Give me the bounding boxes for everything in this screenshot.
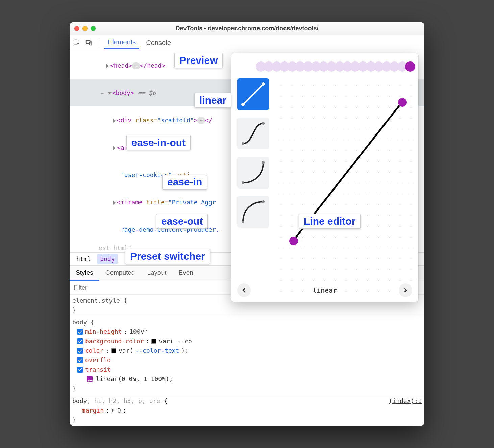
prop-background-color[interactable]: background-color:var( --co [72, 337, 422, 346]
callout-preview: Preview [174, 53, 223, 68]
curve-canvas[interactable] [274, 78, 412, 298]
callout-ease-in: ease-in [162, 175, 207, 190]
svg-point-8 [242, 181, 244, 184]
preview-ball-current [405, 61, 415, 72]
preset-linear[interactable] [237, 78, 269, 110]
easing-editor-popover: linear [231, 53, 418, 302]
chevron-right-icon [403, 288, 408, 293]
zoom-window-button[interactable] [91, 26, 96, 31]
tab-computed[interactable]: Computed [99, 266, 141, 281]
tab-console[interactable]: Console [143, 37, 174, 49]
tab-elements[interactable]: Elements [104, 36, 139, 49]
svg-point-10 [242, 221, 244, 223]
prop-overflow[interactable]: overflo [72, 355, 422, 365]
breadcrumb-body[interactable]: body [97, 254, 117, 264]
color-swatch[interactable] [151, 339, 156, 344]
curve-handle-end[interactable] [398, 98, 407, 107]
expand-icon[interactable] [113, 119, 116, 123]
styles-filter-input[interactable] [73, 284, 141, 292]
preset-column [237, 78, 269, 298]
svg-point-6 [242, 142, 244, 145]
prop-color[interactable]: color: var(--color-text); [72, 346, 422, 355]
inspect-element-icon[interactable] [72, 38, 81, 47]
preset-ease-in[interactable] [237, 157, 269, 189]
checkbox-icon[interactable] [77, 367, 83, 373]
svg-line-3 [243, 84, 263, 104]
device-mode-icon[interactable] [84, 38, 93, 47]
traffic-lights [74, 26, 96, 31]
callout-ease-in-out: ease-in-out [126, 135, 191, 150]
expand-shorthand-icon[interactable] [112, 408, 114, 412]
checkbox-icon[interactable] [77, 348, 83, 354]
checkbox-icon[interactable] [77, 329, 83, 335]
minimize-window-button[interactable] [82, 26, 88, 31]
devtools-window: DevTools - developer.chrome.com/docs/dev… [70, 22, 424, 426]
callout-line-editor: Line editor [299, 214, 361, 229]
tab-event-listeners[interactable]: Even [172, 266, 199, 281]
svg-point-7 [262, 122, 265, 125]
prop-min-height[interactable]: min-height:100vh [72, 327, 422, 337]
prev-preset-button[interactable] [237, 283, 251, 297]
curve-handle-start[interactable] [289, 237, 298, 245]
prop-margin[interactable]: margin: 0; [72, 406, 422, 415]
callout-ease-out: ease-out [156, 214, 208, 229]
source-link[interactable]: (index):1 [389, 396, 422, 406]
collapsed-badge[interactable]: ⋯ [132, 62, 140, 69]
svg-point-9 [262, 161, 265, 164]
preset-switcher: linear [237, 281, 412, 297]
titlebar: DevTools - developer.chrome.com/docs/dev… [70, 22, 424, 35]
checkbox-icon[interactable] [77, 357, 83, 363]
tab-styles[interactable]: Styles [70, 266, 99, 281]
svg-point-5 [262, 82, 265, 86]
checkbox-icon[interactable] [77, 338, 83, 344]
breadcrumb-html[interactable]: html [74, 254, 94, 264]
prop-transition-easing[interactable]: linear(0 0%, 1 100%); [72, 374, 422, 384]
toolbar-separator [99, 39, 99, 47]
tab-layout[interactable]: Layout [141, 266, 172, 281]
preset-ease-in-out[interactable] [237, 118, 269, 149]
prop-transition[interactable]: transit [72, 365, 422, 374]
rule-body-headings[interactable]: (index):1 body, h1, h2, h3, p, pre { mar… [70, 395, 424, 426]
svg-point-11 [262, 200, 265, 203]
main-toolbar: Elements Console [70, 35, 424, 50]
expand-icon[interactable] [113, 201, 116, 205]
preset-ease-out[interactable] [237, 196, 269, 228]
collapse-icon[interactable] [107, 92, 112, 94]
chevron-left-icon [242, 288, 246, 293]
next-preset-button[interactable] [399, 283, 412, 297]
css-rules-pane[interactable]: element.style { } body { min-height:100v… [70, 295, 424, 426]
preset-switcher-label: linear [313, 286, 337, 294]
svg-point-4 [241, 103, 245, 106]
window-title: DevTools - developer.chrome.com/docs/dev… [176, 25, 319, 32]
preview-track [261, 59, 410, 74]
color-swatch[interactable] [111, 348, 116, 353]
easing-swatch-icon[interactable] [87, 376, 93, 382]
rule-body[interactable]: body { min-height:100vh background-color… [70, 316, 424, 395]
callout-linear: linear [194, 93, 231, 108]
expand-icon[interactable] [106, 64, 109, 68]
close-window-button[interactable] [74, 26, 79, 31]
editor-body [237, 78, 412, 298]
callout-preset-switcher: Preset switcher [125, 249, 210, 264]
collapsed-badge[interactable]: ⋯ [197, 117, 205, 124]
expand-icon[interactable] [113, 146, 116, 150]
